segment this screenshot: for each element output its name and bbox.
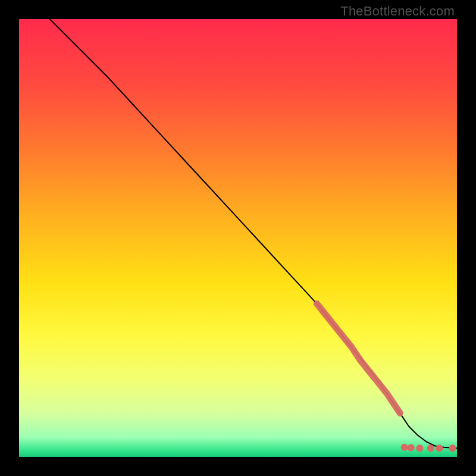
plot-area — [19, 19, 457, 457]
tail-dot — [401, 444, 408, 451]
tail-dot — [416, 444, 423, 452]
tail-dot — [449, 444, 456, 452]
chart-svg — [19, 19, 457, 457]
tail-dot — [427, 444, 434, 452]
tail-dot — [408, 444, 415, 452]
tail-dot — [436, 444, 443, 452]
chart-stage: TheBottleneck.com — [0, 0, 476, 476]
watermark-text: TheBottleneck.com — [340, 4, 455, 19]
gradient-background — [19, 19, 457, 457]
